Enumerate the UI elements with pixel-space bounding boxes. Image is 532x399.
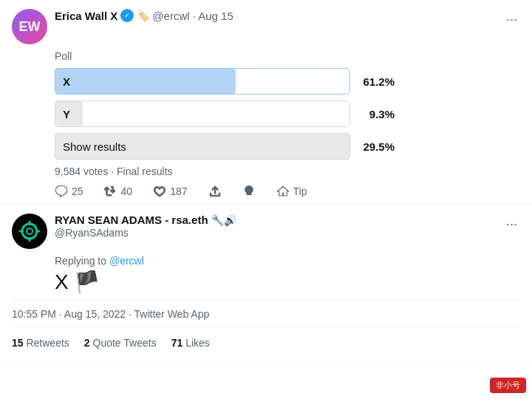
stat-retweets[interactable]: 15 Retweets	[12, 337, 69, 349]
votes-info: 9,584 votes · Final results	[55, 166, 520, 177]
replying-to: Replying to @ercwl	[55, 255, 520, 267]
more-options-ryan[interactable]: ···	[503, 214, 520, 235]
show-results-row: Show results 29.5%	[55, 133, 395, 160]
username-date-erica: @ercwl · Aug 15	[152, 10, 233, 22]
poll-option-y-row: Y 9.3%	[55, 100, 395, 127]
share-icon	[208, 185, 222, 198]
poll-option-y[interactable]: Y	[55, 100, 350, 127]
tip-label: Tip	[293, 185, 307, 197]
ryan-badges: 🔧🔊	[211, 214, 236, 226]
verified-badge-erica: ✓	[120, 9, 134, 22]
stat-likes[interactable]: 71 Likes	[171, 337, 210, 349]
retweet-count: 40	[121, 185, 133, 197]
tip-action[interactable]: Tip	[276, 185, 307, 198]
tip-icon	[276, 185, 290, 198]
tweet-1-content: Poll X 61.2% Y	[55, 50, 520, 198]
watermark: 非小号	[490, 378, 526, 393]
like-action[interactable]: 187	[153, 185, 187, 198]
retweets-label: Retweets	[26, 337, 69, 349]
poll-option-x[interactable]: X	[55, 68, 350, 95]
avatar-erica[interactable]: EW	[12, 9, 47, 44]
share-action[interactable]	[208, 185, 222, 198]
reply-count: 25	[72, 185, 83, 197]
reply-icon	[55, 185, 68, 198]
reply-action[interactable]: 25	[55, 185, 83, 198]
user-info-erica: Erica Wall X ✓ 🏷️ @ercwl · Aug 15	[55, 9, 503, 22]
reply-content: X 🏴	[55, 270, 520, 294]
ryan-username: @RyanSAdams	[55, 226, 503, 239]
poll-option-x-row: X 61.2%	[55, 68, 395, 95]
reply-timestamp: 10:55 PM · Aug 15, 2022 · Twitter Web Ap…	[12, 300, 520, 328]
quote-tweets-label: Quote Tweets	[93, 337, 157, 349]
likes-label: Likes	[185, 337, 210, 349]
like-icon	[153, 185, 166, 198]
tweet-1: EW Erica Wall X ✓ 🏷️ @ercwl · Aug 15 ···…	[0, 0, 532, 205]
show-results-label: Show results	[55, 134, 349, 160]
badge-icon: 🏷️	[137, 10, 149, 21]
poll-pct-x: 61.2%	[354, 75, 395, 88]
views-action[interactable]	[242, 185, 256, 198]
replying-to-link[interactable]: @ercwl	[109, 255, 144, 267]
stats-row: 15 Retweets 2 Quote Tweets 71 Likes	[12, 337, 520, 355]
display-name-erica[interactable]: Erica Wall X	[55, 10, 117, 22]
tweet-2: RYAN SEAN ADAMS - rsa.eth 🔧🔊 @RyanSAdams…	[0, 205, 532, 364]
avatar-ryan[interactable]	[12, 214, 47, 249]
display-name-ryan[interactable]: RYAN SEAN ADAMS - rsa.eth	[55, 214, 208, 226]
action-bar-tweet1: 25 40 187	[55, 185, 520, 198]
ryan-avatar-graphic	[16, 218, 43, 245]
user-info-ryan: RYAN SEAN ADAMS - rsa.eth 🔧🔊 @RyanSAdams	[55, 214, 503, 239]
retweet-icon	[104, 185, 117, 198]
views-icon	[242, 185, 256, 198]
poll-pct-y: 9.3%	[354, 108, 395, 120]
stat-quote-tweets[interactable]: 2 Quote Tweets	[84, 337, 157, 349]
show-results-option[interactable]: Show results	[55, 133, 350, 160]
retweets-count: 15	[12, 337, 24, 349]
like-count: 187	[170, 185, 187, 197]
likes-count: 71	[171, 337, 183, 349]
poll-label-x: X	[55, 69, 349, 95]
user-name-row: Erica Wall X ✓ 🏷️ @ercwl · Aug 15	[55, 9, 503, 22]
retweet-action[interactable]: 40	[104, 185, 133, 198]
poll-label: Poll	[55, 50, 520, 62]
poll-container: X 61.2% Y 9.3% Show res	[55, 68, 395, 160]
tweet-1-header: EW Erica Wall X ✓ 🏷️ @ercwl · Aug 15 ···	[12, 9, 520, 44]
ryan-name-row: RYAN SEAN ADAMS - rsa.eth 🔧🔊	[55, 214, 503, 226]
show-results-pct: 29.5%	[354, 140, 395, 153]
poll-label-y: Y	[55, 101, 349, 127]
more-options-erica[interactable]: ···	[503, 9, 520, 30]
tweet-2-header: RYAN SEAN ADAMS - rsa.eth 🔧🔊 @RyanSAdams…	[12, 214, 520, 249]
quote-tweets-count: 2	[84, 337, 90, 349]
